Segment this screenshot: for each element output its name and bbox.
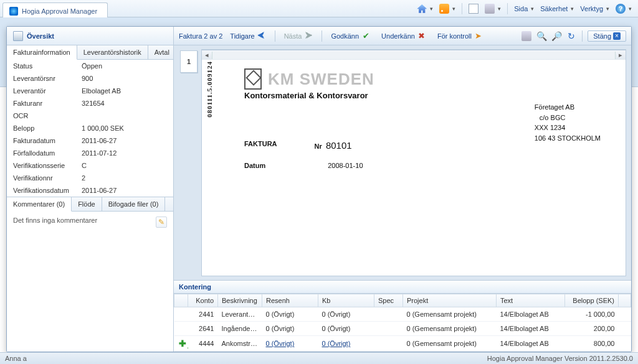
invoice-window: Översikt Fakturainformation Leverantörsh… [6,26,632,352]
page-menu[interactable]: Sida [514,5,534,12]
help-icon: ? [616,4,626,14]
vendor-logo-icon [244,68,262,90]
kb-link[interactable]: 0 (Övrigt) [322,340,351,347]
invoice-counter: Faktura 2 av 2 [179,32,222,40]
current-user: Anna a [5,355,27,362]
kontering-grid: Konto Beskrivning Resenh Kb Spec Projekt… [174,294,631,352]
browser-tab[interactable]: Hogia Approval Manager [2,2,108,17]
ie-favicon [9,7,18,16]
vendor-brand: KM SWEDEN [268,70,374,89]
prev-icon: ⮜ [257,31,266,40]
rss-icon [439,4,449,14]
print-menu[interactable] [485,4,501,14]
next-icon: ⮞ [304,31,313,40]
table-row[interactable]: ✚ 4444Ankomstreg. motkonto 0 (Övrigt) 0 … [174,336,631,352]
document-viewer[interactable]: 080111.5.009124 KM SWEDEN Kontorsmateria… [201,49,626,276]
invoice-info-table: StatusÖppen Leverantörsnr900 LeverantörE… [7,60,173,197]
help-menu[interactable]: ? [616,4,632,14]
approve-button[interactable]: Godkänn✔ [327,30,374,42]
document-icon [13,31,23,41]
prev-button[interactable]: Tidigare⮜ [226,30,269,42]
tab-attachments[interactable]: Bifogade filer (0) [102,197,166,211]
resenh-link[interactable]: 0 (Övrigt) [266,340,295,347]
next-button[interactable]: Nästa⮞ [280,30,317,42]
tools-menu[interactable]: Verktyg [580,5,609,12]
app-version: Hogia Approval Manager Version 2011.2.25… [487,355,633,362]
reject-button[interactable]: Underkänn✖ [378,30,430,42]
invoice-toolbar: Faktura 2 av 2 Tidigare⮜ Nästa⮞ Godkänn✔… [174,27,631,45]
table-row[interactable]: 2641Ingående moms0 (Övrigt)0 (Övrigt)0 (… [174,322,631,336]
table-row[interactable]: 2441Leverantörsskulder,ankomst0 (Övrigt)… [174,307,631,322]
kontering-header: Kontering [174,281,631,294]
faktura-label: FAKTURA [244,140,277,151]
tab-vendor-history[interactable]: Leverantörshistorik [77,45,148,59]
overview-title: Översikt [7,27,173,45]
print-icon [521,31,531,41]
cross-icon: ✖ [417,31,426,40]
page-thumbnail-1[interactable]: 1 [180,50,198,73]
separator [507,3,508,14]
check-icon: ✔ [361,31,370,40]
safety-menu[interactable]: Säkerhet [540,5,574,12]
forward-icon: ➤ [474,31,483,40]
no-comments-text: Det finns inga kommentarer [13,217,97,224]
edit-comment-button[interactable] [156,217,167,228]
tab-title: Hogia Approval Manager [22,7,97,15]
recipient-address: Företaget AB c/o BGC XXX 1234 106 43 STO… [535,102,601,143]
rotate-button[interactable]: ↻ [566,30,577,42]
close-icon: × [613,32,621,40]
home-icon [417,4,427,14]
status-bar: Anna a Hogia Approval Manager Version 20… [0,352,638,364]
tab-invoice-info[interactable]: Fakturainformation [7,45,77,60]
mail-button[interactable] [469,4,478,14]
feeds-menu[interactable] [439,4,455,14]
vendor-tagline: Kontorsmaterial & Kontorsvaror [244,91,608,100]
mail-icon [469,4,478,14]
close-button[interactable]: Stäng× [588,30,626,42]
doc-barcode-text: 080111.5.009124 [206,61,213,118]
zoom-in-button[interactable]: 🔍 [536,30,547,42]
print-icon [485,4,495,14]
add-row-icon[interactable]: ✚ [178,339,187,348]
tab-contract[interactable]: Avtal [148,45,176,59]
info-tabs: Fakturainformation Leverantörshistorik A… [7,45,173,60]
home-menu[interactable] [417,4,433,14]
separator [462,3,462,14]
tab-comments[interactable]: Kommentarer (0) [7,197,72,212]
zoom-out-button[interactable]: 🔎 [551,30,562,42]
tab-flow[interactable]: Flöde [72,197,102,211]
print-doc-button[interactable] [521,30,532,42]
for-control-button[interactable]: För kontroll➤ [434,30,487,42]
